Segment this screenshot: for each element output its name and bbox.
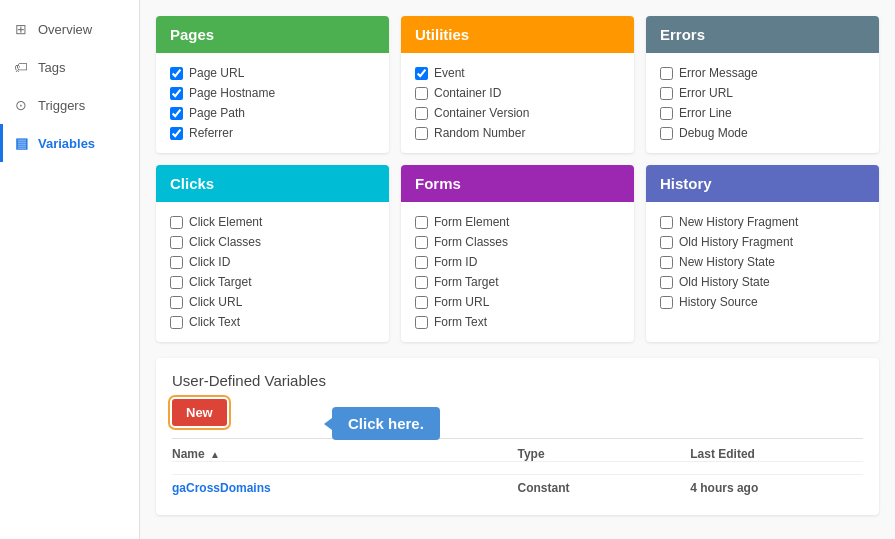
checkbox-label: Referrer (189, 126, 233, 140)
checkbox-event[interactable] (415, 67, 428, 80)
checkbox-page-url[interactable] (170, 67, 183, 80)
checkbox-item: History Source (660, 292, 865, 312)
checkbox-label: Form Classes (434, 235, 508, 249)
checkbox-page-path[interactable] (170, 107, 183, 120)
checkbox-item: Old History State (660, 272, 865, 292)
checkbox-click-text[interactable] (170, 316, 183, 329)
checkbox-click-element[interactable] (170, 216, 183, 229)
checkbox-click-target[interactable] (170, 276, 183, 289)
new-variable-button[interactable]: New (172, 399, 227, 426)
card-body-pages: Page URLPage HostnamePage PathReferrer (156, 53, 389, 153)
checkbox-label: Error Message (679, 66, 758, 80)
checkbox-item: Container Version (415, 103, 620, 123)
checkbox-page-hostname[interactable] (170, 87, 183, 100)
card-header-utilities: Utilities (401, 16, 634, 53)
table-row (172, 461, 863, 474)
card-errors: ErrorsError MessageError URLError LineDe… (646, 16, 879, 153)
checkbox-new-history-state[interactable] (660, 256, 673, 269)
checkbox-container-id[interactable] (415, 87, 428, 100)
checkbox-old-history-state[interactable] (660, 276, 673, 289)
col-header-type[interactable]: Type (518, 447, 691, 461)
table-header: Name ▲ Type Last Edited (172, 438, 863, 461)
click-here-tooltip: Click here. (332, 407, 440, 440)
checkbox-label: Click Target (189, 275, 251, 289)
checkbox-old-history-fragment[interactable] (660, 236, 673, 249)
checkbox-label: Debug Mode (679, 126, 748, 140)
checkbox-item: Error Message (660, 63, 865, 83)
triggers-icon: ⊙ (12, 96, 30, 114)
sidebar-item-variables[interactable]: ▤ Variables (0, 124, 139, 162)
checkbox-error-url[interactable] (660, 87, 673, 100)
checkbox-item: Form Target (415, 272, 620, 292)
sidebar-label-triggers: Triggers (38, 98, 85, 113)
card-header-clicks: Clicks (156, 165, 389, 202)
checkbox-label: New History Fragment (679, 215, 798, 229)
checkbox-error-line[interactable] (660, 107, 673, 120)
checkbox-item: Referrer (170, 123, 375, 143)
card-body-utilities: EventContainer IDContainer VersionRandom… (401, 53, 634, 153)
card-header-forms: Forms (401, 165, 634, 202)
checkbox-item: Container ID (415, 83, 620, 103)
checkbox-item: Click URL (170, 292, 375, 312)
col-header-name[interactable]: Name ▲ (172, 447, 518, 461)
checkbox-form-target[interactable] (415, 276, 428, 289)
sidebar-label-overview: Overview (38, 22, 92, 37)
checkbox-label: New History State (679, 255, 775, 269)
checkbox-referrer[interactable] (170, 127, 183, 140)
sidebar-label-variables: Variables (38, 136, 95, 151)
checkbox-label: Form Text (434, 315, 487, 329)
sidebar-item-triggers[interactable]: ⊙ Triggers (0, 86, 139, 124)
checkbox-click-id[interactable] (170, 256, 183, 269)
checkbox-label: Click URL (189, 295, 242, 309)
checkbox-item: Click Text (170, 312, 375, 332)
checkbox-container-version[interactable] (415, 107, 428, 120)
checkbox-item: New History Fragment (660, 212, 865, 232)
checkbox-form-element[interactable] (415, 216, 428, 229)
tags-icon: 🏷 (12, 58, 30, 76)
checkbox-item: Random Number (415, 123, 620, 143)
checkbox-label: Page Path (189, 106, 245, 120)
checkbox-new-history-fragment[interactable] (660, 216, 673, 229)
checkbox-random-number[interactable] (415, 127, 428, 140)
variables-icon: ▤ (12, 134, 30, 152)
checkbox-label: Form URL (434, 295, 489, 309)
sidebar-label-tags: Tags (38, 60, 65, 75)
card-body-forms: Form ElementForm ClassesForm IDForm Targ… (401, 202, 634, 342)
overview-icon: ⊞ (12, 20, 30, 38)
checkbox-label: Click Text (189, 315, 240, 329)
checkbox-label: Page Hostname (189, 86, 275, 100)
sidebar-item-tags[interactable]: 🏷 Tags (0, 48, 139, 86)
checkbox-debug-mode[interactable] (660, 127, 673, 140)
checkbox-label: Old History State (679, 275, 770, 289)
card-header-pages: Pages (156, 16, 389, 53)
checkbox-form-text[interactable] (415, 316, 428, 329)
checkbox-click-classes[interactable] (170, 236, 183, 249)
card-forms: FormsForm ElementForm ClassesForm IDForm… (401, 165, 634, 342)
checkbox-item: Debug Mode (660, 123, 865, 143)
user-defined-title: User-Defined Variables (172, 372, 863, 389)
checkbox-form-url[interactable] (415, 296, 428, 309)
card-header-errors: Errors (646, 16, 879, 53)
checkbox-item: Click Element (170, 212, 375, 232)
checkbox-item: Page Hostname (170, 83, 375, 103)
sidebar: ⊞ Overview 🏷 Tags ⊙ Triggers ▤ Variables (0, 0, 140, 539)
checkbox-label: Click Element (189, 215, 262, 229)
checkbox-error-message[interactable] (660, 67, 673, 80)
cell-variable-name[interactable]: gaCrossDomains (172, 481, 518, 495)
checkbox-item: Page Path (170, 103, 375, 123)
checkbox-item: Click ID (170, 252, 375, 272)
variable-cards-grid: PagesPage URLPage HostnamePage PathRefer… (156, 16, 879, 342)
checkbox-form-classes[interactable] (415, 236, 428, 249)
card-utilities: UtilitiesEventContainer IDContainer Vers… (401, 16, 634, 153)
cell-variable-type: Constant (518, 481, 691, 495)
checkbox-item: Form Classes (415, 232, 620, 252)
checkbox-label: Random Number (434, 126, 525, 140)
checkbox-click-url[interactable] (170, 296, 183, 309)
checkbox-item: Form ID (415, 252, 620, 272)
col-header-edited[interactable]: Last Edited (690, 447, 863, 461)
user-defined-section: User-Defined Variables New Click here. N… (156, 358, 879, 515)
checkbox-history-source[interactable] (660, 296, 673, 309)
sidebar-item-overview[interactable]: ⊞ Overview (0, 10, 139, 48)
checkbox-label: Form Target (434, 275, 498, 289)
checkbox-form-id[interactable] (415, 256, 428, 269)
